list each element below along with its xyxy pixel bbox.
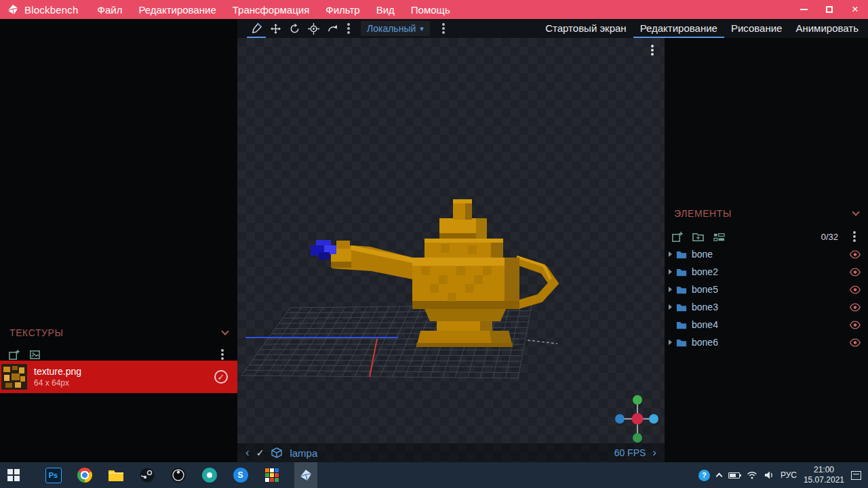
photoshop-icon[interactable]: Ps	[45, 462, 62, 488]
clock-date: 15.07.2021	[804, 475, 844, 485]
bone-row[interactable]: bone6	[665, 333, 868, 351]
expand-chevron-icon[interactable]	[669, 340, 672, 345]
north-marker-line	[528, 340, 557, 344]
pivot-tool[interactable]	[304, 19, 323, 38]
close-button[interactable]: ×	[842, 0, 868, 19]
viewport-canvas[interactable]	[237, 38, 665, 462]
menu-edit[interactable]: Редактирование	[130, 0, 224, 19]
visibility-eye-icon[interactable]	[849, 268, 861, 277]
titlebar: Blockbench Файл Редактирование Трансформ…	[0, 0, 868, 19]
visibility-eye-icon[interactable]	[849, 338, 861, 347]
rotate-tool[interactable]	[285, 19, 304, 38]
elements-panel-header: ЭЛЕМЕНТЫ	[665, 205, 868, 222]
add-cube-icon[interactable]	[671, 231, 683, 243]
system-tray: ? РУС 21:00 15.07.2021	[698, 465, 868, 485]
textures-panel-header: ТЕКСТУРЫ	[0, 324, 237, 342]
chrome-icon[interactable]	[76, 462, 93, 488]
fps-counter: 60 FPS	[614, 447, 646, 458]
folder-icon	[676, 285, 687, 294]
menu-help[interactable]: Помощь	[403, 0, 458, 19]
elements-panel: ЭЛЕМЕНТЫ 0/32 bone	[665, 38, 868, 462]
folder-icon	[676, 250, 687, 259]
elements-menu-icon[interactable]	[848, 227, 861, 246]
skype-icon[interactable]: S	[232, 462, 249, 488]
rubiks-cube-icon[interactable]	[263, 462, 280, 488]
tab-animate[interactable]: Анимировать	[789, 19, 865, 38]
flip-tool[interactable]	[323, 19, 342, 38]
clock-time: 21:00	[804, 465, 844, 475]
add-group-icon[interactable]	[692, 231, 704, 243]
folder-icon	[676, 268, 687, 277]
menu-file[interactable]: Файл	[90, 0, 131, 19]
teal-app-icon[interactable]	[201, 462, 218, 488]
file-explorer-icon[interactable]	[107, 462, 124, 488]
transform-space-dropdown[interactable]: Локальный ▾	[361, 21, 430, 36]
tab-edit[interactable]: Редактирование	[633, 19, 724, 38]
tray-expand-icon[interactable]	[715, 473, 722, 480]
steam-icon[interactable]	[138, 462, 155, 488]
bone-name: bone6	[692, 337, 718, 348]
model-name: lampa	[290, 447, 317, 459]
language-indicator[interactable]: РУС	[781, 470, 797, 480]
texture-list-item[interactable]: texture.png 64 x 64px ✓	[0, 361, 237, 393]
texture-name: texture.png	[34, 366, 81, 377]
texture-selected-check-icon[interactable]: ✓	[214, 370, 228, 384]
maximize-button[interactable]	[816, 0, 842, 19]
tab-start-screen[interactable]: Стартовый экран	[538, 19, 633, 38]
bone-name: bone4	[692, 319, 718, 330]
folder-icon	[676, 321, 687, 329]
visibility-eye-icon[interactable]	[849, 250, 861, 259]
collapse-chevron-icon[interactable]	[852, 208, 859, 216]
clock[interactable]: 21:00 15.07.2021	[804, 465, 844, 485]
visibility-eye-icon[interactable]	[849, 303, 861, 312]
expand-chevron-icon[interactable]	[669, 251, 672, 257]
caret-down-icon: ▾	[420, 24, 424, 33]
bone-row[interactable]: bone	[665, 245, 868, 263]
viewport-3d[interactable]: ‹ ✓ lampa 60 FPS ›	[237, 38, 665, 462]
bone-row[interactable]: bone5	[665, 281, 868, 298]
blockbench-taskbar-icon[interactable]	[294, 462, 317, 488]
texture-size: 64 x 64px	[34, 378, 81, 388]
visibility-eye-icon[interactable]	[849, 321, 861, 329]
next-model-icon[interactable]: ›	[652, 446, 656, 460]
tab-paint[interactable]: Рисование	[724, 19, 789, 38]
action-center-icon[interactable]	[851, 471, 861, 480]
help-icon[interactable]: ?	[698, 470, 710, 481]
visibility-eye-icon[interactable]	[849, 285, 861, 294]
create-texture-icon[interactable]	[8, 349, 20, 361]
battery-icon[interactable]	[728, 472, 740, 479]
menu-view[interactable]: Вид	[368, 0, 403, 19]
obs-icon[interactable]	[170, 462, 186, 488]
dropdown-menu-icon[interactable]	[437, 19, 450, 38]
lamp-model[interactable]	[331, 199, 553, 347]
blockbench-window: Blockbench Файл Редактирование Трансформ…	[0, 0, 868, 488]
elements-toolbar: 0/32	[665, 228, 868, 245]
orientation-gizmo[interactable]	[615, 395, 658, 443]
rubiks-grid	[265, 468, 279, 482]
outliner-toggle-icon[interactable]	[713, 231, 725, 243]
prev-model-icon[interactable]: ‹	[245, 446, 250, 460]
start-button[interactable]	[0, 462, 27, 488]
transform-space-value: Локальный	[367, 23, 416, 34]
pinned-apps: Ps S	[45, 462, 317, 488]
expand-chevron-icon[interactable]	[669, 287, 672, 292]
toolbar-menu-icon[interactable]	[342, 19, 355, 38]
paint-brush-tool[interactable]	[247, 19, 266, 38]
confirm-check-icon[interactable]: ✓	[256, 447, 264, 458]
bone-row[interactable]: bone3	[665, 298, 868, 316]
import-texture-icon[interactable]	[29, 349, 41, 361]
volume-icon[interactable]	[764, 471, 774, 479]
expand-chevron-icon[interactable]	[669, 269, 672, 274]
bone-row[interactable]: bone2	[665, 263, 868, 281]
viewport-menu-icon[interactable]	[646, 41, 659, 60]
menu-filter[interactable]: Фильтр	[317, 0, 368, 19]
texture-meta: texture.png 64 x 64px	[34, 366, 81, 388]
move-tool[interactable]	[266, 19, 285, 38]
menu-transform[interactable]: Трансформация	[224, 0, 318, 19]
expand-chevron-icon[interactable]	[669, 304, 672, 310]
textures-panel-title: ТЕКСТУРЫ	[9, 327, 64, 338]
network-icon[interactable]	[747, 471, 757, 479]
collapse-chevron-icon[interactable]	[221, 327, 229, 335]
bone-row[interactable]: bone4	[665, 316, 868, 333]
minimize-button[interactable]	[791, 0, 816, 19]
